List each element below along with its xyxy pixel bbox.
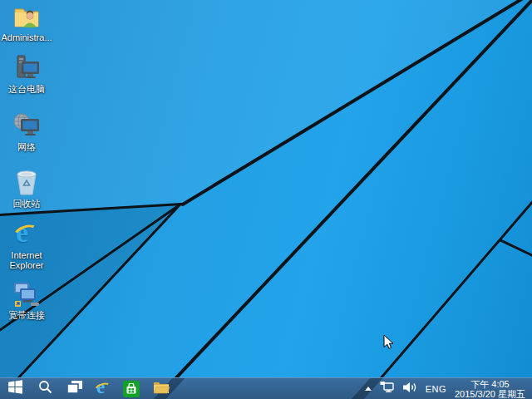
taskbar: e bbox=[0, 377, 532, 399]
wallpaper-facet-light bbox=[0, 0, 532, 399]
speaker-icon bbox=[403, 382, 417, 397]
desktop-icon-label: 宽带连接 bbox=[8, 310, 45, 320]
windows-start-icon bbox=[8, 380, 22, 397]
computer-icon bbox=[12, 53, 42, 83]
desktop-icon-recycle-bin[interactable]: 回收站 bbox=[0, 168, 53, 209]
task-view-icon bbox=[67, 381, 82, 397]
language-indicator[interactable]: ENG bbox=[421, 378, 451, 399]
ie-icon: e bbox=[12, 219, 42, 249]
wallpaper-line bbox=[362, 199, 532, 399]
desktop-icon-label: Administra... bbox=[1, 32, 52, 42]
folder-icon bbox=[153, 380, 170, 397]
clock-date: 2015/3/20 星期五 bbox=[455, 389, 525, 399]
desktop-icon-broadband[interactable]: 宽带连接 bbox=[0, 279, 53, 320]
language-label: ENG bbox=[426, 384, 446, 394]
store-button[interactable] bbox=[118, 378, 145, 399]
show-hidden-icons-button[interactable] bbox=[361, 378, 376, 399]
clock-time: 下午 4:05 bbox=[455, 379, 525, 389]
search-button[interactable] bbox=[32, 378, 58, 399]
desktop-wallpaper bbox=[0, 0, 532, 399]
show-hidden-icons-caret bbox=[365, 387, 372, 391]
desktop-icon-internet-explorer[interactable]: e Internet Explorer bbox=[0, 219, 53, 270]
task-view-button[interactable] bbox=[62, 378, 88, 399]
volume-tray-button[interactable] bbox=[399, 378, 421, 399]
file-explorer-button[interactable] bbox=[148, 378, 175, 399]
internet-explorer-button[interactable]: e bbox=[90, 378, 116, 399]
desktop-icon-label: 回收站 bbox=[13, 199, 41, 209]
desktop-icon-label: Internet Explorer bbox=[1, 250, 52, 270]
network-connection-icon bbox=[380, 381, 395, 397]
desktop-icon-network[interactable]: 网络 bbox=[0, 111, 53, 152]
desktop-icon-label: 网络 bbox=[17, 142, 36, 152]
network-tray-button[interactable] bbox=[376, 378, 399, 399]
network-globe-icon bbox=[12, 111, 42, 141]
wallpaper-line bbox=[499, 239, 532, 258]
recycle-bin-icon bbox=[12, 168, 42, 198]
start-button[interactable] bbox=[2, 378, 28, 399]
store-icon bbox=[123, 381, 140, 397]
desktop-icon-this-pc[interactable]: 这台电脑 bbox=[0, 53, 53, 94]
user-folder-icon bbox=[12, 2, 42, 32]
broadband-connection-icon bbox=[12, 279, 42, 309]
clock[interactable]: 下午 4:05 2015/3/20 星期五 bbox=[451, 378, 532, 399]
desktop-icon-label: 这台电脑 bbox=[8, 84, 45, 94]
system-tray: ENG 下午 4:05 2015/3/20 星期五 bbox=[361, 378, 532, 399]
desktop-icon-administrator[interactable]: Administra... bbox=[0, 2, 53, 42]
search-icon bbox=[38, 380, 52, 397]
ie-icon: e bbox=[94, 380, 112, 398]
